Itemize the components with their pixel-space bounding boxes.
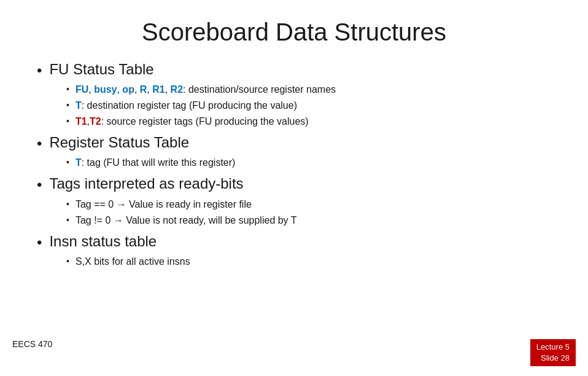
sub-bullet-tag-neq-0: • Tag != 0 → Value is not ready, will be… (66, 213, 551, 228)
sub-bullet-fu-fields: • FU, busy, op, R, R1, R2: destination/s… (66, 82, 551, 97)
section-fu-status: • FU Status Table • FU, busy, op, R, R1,… (37, 61, 551, 129)
sub-bullet-T1T2: • T1,T2: source register tags (FU produc… (66, 114, 551, 129)
register-status-subbullets: • T: tag (FU that will write this regist… (66, 155, 551, 170)
sub-bullet-tag-eq-0: • Tag == 0 → Value is ready in register … (66, 197, 551, 212)
tags-ready-subbullets: • Tag == 0 → Value is ready in register … (66, 197, 551, 228)
footer-lecture: Lecture 5 (536, 342, 570, 353)
insn-status-label: Insn status table (49, 233, 157, 250)
main-bullet-fu-status: • FU Status Table (37, 61, 551, 80)
main-bullet-insn-status: • Insn status table (37, 233, 551, 252)
footer-right: Lecture 5 Slide 28 (530, 339, 576, 366)
insn-status-subbullets: • S,X bits for all active insns (66, 254, 551, 269)
sub-bullet-T: • T: destination register tag (FU produc… (66, 98, 551, 113)
footer-slide: Slide 28 (536, 353, 570, 364)
section-tags-ready: • Tags interpreted as ready-bits • Tag =… (37, 175, 551, 227)
main-bullet-tags-ready: • Tags interpreted as ready-bits (37, 175, 551, 194)
sub-bullet-sx-bits: • S,X bits for all active insns (66, 254, 551, 269)
sub-bullet-register-T: • T: tag (FU that will write this regist… (66, 155, 551, 170)
footer: EECS 470 Lecture 5 Slide 28 (0, 339, 588, 366)
section-insn-status: • Insn status table • S,X bits for all a… (37, 233, 551, 269)
fu-status-subbullets: • FU, busy, op, R, R1, R2: destination/s… (66, 82, 551, 129)
slide-title: Scoreboard Data Structures (37, 18, 551, 46)
register-status-label: Register Status Table (49, 134, 189, 151)
footer-left: EECS 470 (12, 339, 52, 366)
bullet-dot-3: • (37, 175, 42, 194)
bullet-dot-4: • (37, 233, 42, 252)
slide: Scoreboard Data Structures • FU Status T… (0, 0, 588, 376)
bullet-dot: • (37, 61, 42, 80)
bullet-dot-2: • (37, 134, 42, 153)
fu-status-label: FU Status Table (49, 61, 153, 78)
tags-ready-label: Tags interpreted as ready-bits (49, 175, 243, 192)
section-register-status: • Register Status Table • T: tag (FU tha… (37, 134, 551, 170)
main-bullet-register-status: • Register Status Table (37, 134, 551, 153)
